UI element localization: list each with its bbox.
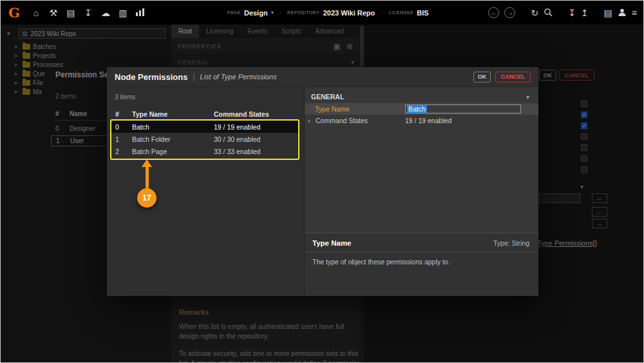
type-name-label: Type Name bbox=[305, 105, 405, 113]
page-value[interactable]: Design bbox=[244, 9, 268, 17]
column-num: # bbox=[115, 110, 132, 118]
separator-dot: · bbox=[279, 9, 281, 16]
command-states-value: 19 / 19 enabled bbox=[405, 117, 451, 124]
chevron-down-icon[interactable]: ▾ bbox=[271, 10, 274, 15]
property-detail-panel: GENERAL ▾ Type Name Batch › Command Stat… bbox=[305, 87, 538, 296]
node-permissions-dialog: Node Permissions | List of Type Permissi… bbox=[107, 67, 538, 296]
help-title: Type Name bbox=[312, 239, 352, 247]
tools-icon[interactable]: ⚒ bbox=[49, 8, 58, 17]
help-title-row: Type Name Type: String bbox=[305, 233, 538, 252]
title-separator: | bbox=[193, 72, 194, 81]
dialog-header: Node Permissions | List of Type Permissi… bbox=[107, 67, 538, 87]
app-window: G ⌂ ⚒ ▤ ↧ ☁ ▥ PAGE Design ▾ · REPOSITORY… bbox=[0, 0, 644, 363]
dialog-body: 3 items # Type Name Command States 0 Bat… bbox=[107, 87, 538, 296]
callout-arrow-shaft bbox=[146, 166, 149, 189]
command-states-property-row[interactable]: › Command States 19 / 19 enabled bbox=[305, 115, 538, 126]
menu-icon[interactable]: ≡ bbox=[632, 8, 637, 17]
command-states-label: Command States bbox=[316, 117, 405, 124]
archive-icon[interactable]: ▤ bbox=[66, 8, 75, 17]
separator-dot: · bbox=[381, 9, 383, 16]
detail-general-header[interactable]: GENERAL ▾ bbox=[305, 90, 538, 103]
help-type: Type: String bbox=[493, 239, 529, 247]
repository-value[interactable]: 2023 Wiki Repo bbox=[323, 9, 375, 17]
repository-label: REPOSITORY bbox=[287, 10, 320, 15]
topbar: G ⌂ ⚒ ▤ ↧ ☁ ▥ PAGE Design ▾ · REPOSITORY… bbox=[1, 1, 643, 25]
page-label: PAGE bbox=[227, 10, 241, 15]
expand-icon[interactable]: › bbox=[308, 117, 316, 124]
user-profile-icon[interactable] bbox=[618, 8, 627, 18]
topbar-context: PAGE Design ▾ · REPOSITORY 2023 Wiki Rep… bbox=[227, 1, 429, 25]
download-icon[interactable]: ↧ bbox=[568, 8, 576, 17]
dialog-title: Node Permissions bbox=[115, 72, 187, 82]
home-icon[interactable]: ⌂ bbox=[32, 8, 41, 17]
help-description: The type of object these permissions app… bbox=[305, 252, 538, 271]
type-name-property-row[interactable]: Type Name Batch bbox=[305, 103, 538, 115]
topbar-nav-icons: ⌂ ⚒ ▤ ↧ ☁ ▥ bbox=[32, 8, 145, 17]
property-help-panel: Type Name Type: String The type of objec… bbox=[305, 233, 538, 296]
selected-text: Batch bbox=[407, 105, 427, 113]
forward-icon[interactable]: → bbox=[504, 7, 515, 18]
upload-icon[interactable]: ↥ bbox=[581, 8, 589, 17]
app-logo: G bbox=[8, 6, 20, 19]
column-command-states: Command States bbox=[214, 110, 299, 118]
import-box-icon[interactable]: ↧ bbox=[84, 8, 93, 17]
dialog-subtitle: List of Type Permissions bbox=[200, 73, 277, 81]
list-count: 3 items bbox=[115, 93, 304, 101]
licensee-label: LICENSEE bbox=[389, 10, 414, 15]
refresh-icon[interactable]: ↻ bbox=[531, 8, 538, 17]
search-icon[interactable] bbox=[544, 8, 553, 18]
cancel-button[interactable]: CANCEL bbox=[495, 72, 531, 83]
cloud-upload-icon[interactable]: ☁ bbox=[101, 8, 110, 17]
ok-button[interactable]: OK bbox=[473, 72, 491, 83]
export-box-icon[interactable]: ▥ bbox=[118, 8, 128, 17]
stats-chart-icon[interactable] bbox=[136, 8, 145, 17]
type-name-input[interactable]: Batch bbox=[405, 104, 521, 113]
chevron-down-icon[interactable]: ▾ bbox=[526, 93, 529, 101]
topbar-right-icons: ← → ↻ ↧ ↥ ▤ ≡ bbox=[488, 1, 637, 25]
detail-general-title: GENERAL bbox=[311, 93, 344, 101]
type-permissions-list: 3 items # Type Name Command States 0 Bat… bbox=[107, 87, 305, 296]
licensee-value[interactable]: BIS bbox=[417, 9, 428, 17]
callout-highlight-box bbox=[110, 119, 299, 160]
layers-icon[interactable]: ▤ bbox=[604, 8, 612, 17]
back-icon[interactable]: ← bbox=[488, 7, 499, 18]
list-header: # Type Name Command States bbox=[111, 108, 299, 121]
callout-step-badge: 17 bbox=[137, 188, 156, 208]
column-type-name: Type Name bbox=[132, 110, 214, 118]
